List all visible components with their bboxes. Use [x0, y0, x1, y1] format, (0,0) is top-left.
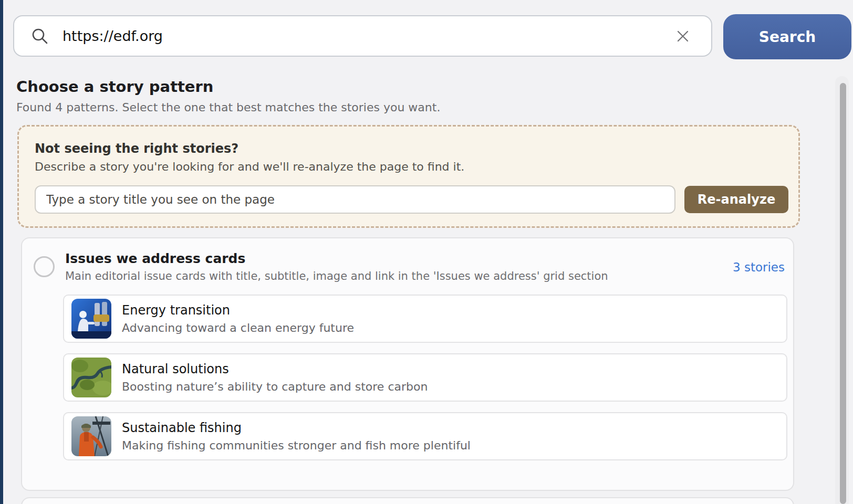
url-input[interactable]: [61, 27, 675, 45]
page-subtitle: Found 4 patterns. Select the one that be…: [16, 101, 440, 114]
stories-list: Energy transition Advancing toward a cle…: [63, 295, 787, 471]
story-subtitle: Boosting nature’s ability to capture and…: [122, 380, 428, 393]
refine-description: Describe a story you're looking for and …: [35, 160, 464, 173]
refine-panel: Not seeing the right stories? Describe a…: [17, 125, 800, 228]
story-row-natural-solutions[interactable]: Natural solutions Boosting nature’s abil…: [63, 353, 787, 402]
story-title: Natural solutions: [122, 362, 428, 376]
pattern-card[interactable]: Issues we address cards Main editorial i…: [21, 237, 794, 491]
next-pattern-card[interactable]: [21, 497, 794, 504]
story-title: Sustainable fishing: [122, 421, 471, 435]
sustainable-fishing-thumbnail-image: [71, 416, 111, 456]
story-title: Energy transition: [122, 303, 354, 318]
refine-title: Not seeing the right stories?: [35, 141, 238, 156]
story-subtitle: Advancing toward a clean energy future: [122, 321, 354, 334]
story-title-input[interactable]: [35, 185, 675, 214]
window-edge: [0, 0, 3, 504]
natural-solutions-thumbnail-image: [71, 358, 111, 397]
search-icon: [31, 27, 49, 45]
reanalyze-button[interactable]: Re-analyze: [684, 186, 788, 213]
search-button[interactable]: Search: [723, 14, 851, 59]
clear-icon[interactable]: [675, 29, 690, 44]
pattern-radio[interactable]: [34, 256, 55, 277]
page-title: Choose a story pattern: [16, 78, 214, 96]
url-search-field[interactable]: [13, 15, 712, 57]
energy-transition-thumbnail-image: [71, 299, 111, 339]
pattern-title: Issues we address cards: [65, 251, 245, 266]
story-row-energy-transition[interactable]: Energy transition Advancing toward a cle…: [63, 295, 787, 343]
stories-count-link[interactable]: 3 stories: [733, 260, 785, 274]
scrollbar-track[interactable]: [835, 76, 849, 504]
pattern-description: Main editorial issue cards with title, s…: [65, 270, 608, 282]
scrollbar-thumb[interactable]: [840, 83, 846, 504]
story-row-sustainable-fishing[interactable]: Sustainable fishing Making fishing commu…: [63, 412, 787, 460]
story-subtitle: Making fishing communities stronger and …: [122, 439, 471, 452]
